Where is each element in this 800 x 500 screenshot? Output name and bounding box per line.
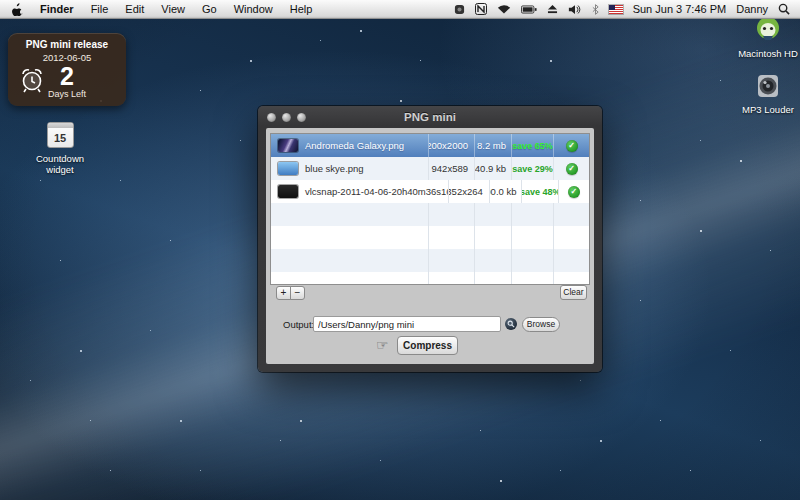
browse-button[interactable]: Browse: [522, 317, 560, 332]
remove-file-button[interactable]: −: [290, 286, 305, 300]
alarm-clock-icon: [19, 66, 45, 98]
pointing-hand-icon: ☞: [376, 337, 389, 353]
desktop-icon-label: MP3 Louder: [732, 105, 800, 116]
output-path-field[interactable]: [313, 316, 501, 332]
calendar-day: 15: [54, 132, 66, 144]
success-check-icon: ✓: [566, 140, 578, 152]
window-content: Andromeda Galaxy.png 3200x2000 8.2 mb sa…: [266, 128, 594, 364]
clear-button[interactable]: Clear: [560, 285, 587, 300]
save-percentage: save 29%: [511, 157, 553, 180]
save-percentage: save 65%: [511, 134, 553, 157]
png-mini-window: PNG mini Andromeda Galaxy.png 3200x2000 …: [258, 106, 602, 372]
save-percentage: save 48%: [521, 180, 557, 203]
menu-item-file[interactable]: File: [91, 3, 109, 15]
speaker-icon: [755, 84, 781, 101]
output-label: Output:: [283, 319, 314, 330]
minimize-button[interactable]: [282, 113, 291, 122]
desktop-icon-macintosh-hd[interactable]: Macintosh HD: [732, 12, 800, 60]
menu-item-help[interactable]: Help: [290, 3, 313, 15]
success-check-icon: ✓: [568, 186, 580, 198]
window-title-bar[interactable]: PNG mini: [258, 106, 602, 128]
reveal-path-icon[interactable]: [505, 318, 517, 330]
menu-item-window[interactable]: Window: [234, 3, 273, 15]
input-language-flag-icon[interactable]: [609, 5, 623, 14]
menu-item-edit[interactable]: Edit: [125, 3, 144, 15]
compress-button[interactable]: Compress: [397, 336, 458, 355]
table-row[interactable]: vlcsnap-2011-04-06-20h40m36s165.png 352x…: [271, 180, 589, 203]
countdown-widget-shortcut[interactable]: 15 Countdown widget: [26, 122, 94, 175]
macintosh-hd-icon: [751, 28, 785, 45]
file-dimensions: 942x589: [428, 157, 474, 180]
widget-title: PNG mini release: [8, 33, 126, 50]
menu-item-go[interactable]: Go: [202, 3, 217, 15]
zoom-button[interactable]: [297, 113, 306, 122]
file-name: vlcsnap-2011-04-06-20h40m36s165.png: [305, 186, 448, 197]
empty-table-row[interactable]: [271, 203, 589, 226]
snapshot-thumbnail: [278, 185, 298, 198]
n-status-icon[interactable]: [475, 3, 487, 15]
menu-clock[interactable]: Sun Jun 3 7:46 PM: [633, 3, 727, 15]
table-row[interactable]: Andromeda Galaxy.png 3200x2000 8.2 mb sa…: [271, 134, 589, 157]
shortcut-label: Countdown widget: [26, 153, 94, 175]
battery-icon[interactable]: [521, 5, 537, 14]
close-button[interactable]: [267, 113, 276, 122]
file-name: Andromeda Galaxy.png: [305, 140, 404, 151]
eject-icon[interactable]: [547, 4, 558, 14]
menu-item-finder[interactable]: Finder: [40, 3, 74, 15]
file-size: 8.2 mb: [474, 134, 511, 157]
empty-table-row[interactable]: [271, 226, 589, 249]
window-title: PNG mini: [258, 111, 602, 123]
galaxy-thumbnail: [278, 139, 298, 152]
file-table: Andromeda Galaxy.png 3200x2000 8.2 mb sa…: [270, 133, 590, 285]
countdown-widget[interactable]: PNG mini release 2012-06-05 2 Days Left: [8, 33, 126, 106]
volume-icon[interactable]: [568, 4, 582, 15]
menu-item-view[interactable]: View: [161, 3, 185, 15]
wifi-icon[interactable]: [497, 4, 511, 15]
add-file-button[interactable]: +: [276, 286, 291, 300]
success-check-icon: ✓: [566, 163, 578, 175]
file-size: 240.9 kb: [474, 157, 511, 180]
app-status-icon[interactable]: [454, 4, 465, 15]
file-dimensions: 3200x2000: [428, 134, 474, 157]
calendar-icon: 15: [47, 122, 74, 148]
empty-table-row[interactable]: [271, 249, 589, 272]
file-dimensions: 352x264: [448, 180, 489, 203]
menu-bar: Finder File Edit View Go Window Help Sun…: [0, 0, 800, 19]
desktop-icon-mp3-louder[interactable]: MP3 Louder: [732, 74, 800, 116]
desktop-icon-label: Macintosh HD: [732, 49, 800, 60]
spotlight-search-icon[interactable]: [778, 3, 790, 15]
empty-table-row[interactable]: [271, 272, 589, 285]
file-name: blue skye.png: [305, 163, 364, 174]
table-row[interactable]: blue skye.png 942x589 240.9 kb save 29% …: [271, 157, 589, 180]
user-menu[interactable]: Danny: [736, 3, 768, 15]
sky-thumbnail: [278, 162, 298, 175]
apple-menu-icon[interactable]: [12, 3, 23, 16]
bluetooth-icon[interactable]: [592, 4, 599, 15]
file-size: 100.0 kb: [489, 180, 522, 203]
